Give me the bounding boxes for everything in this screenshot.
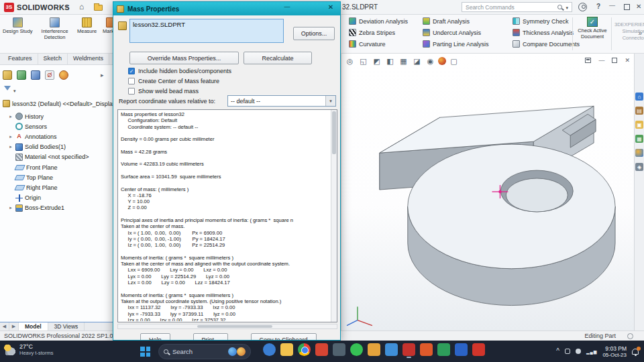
results-vertical-scrollbar[interactable]	[331, 110, 337, 322]
evaluate-tool-button[interactable]: Undercut Analysis	[421, 27, 491, 38]
selected-items-field[interactable]: lesson32.SLDPRT	[129, 19, 284, 43]
weather-widget[interactable]: 27°C Heavy t-storms	[4, 343, 53, 356]
zoom-fit-icon[interactable]	[344, 56, 356, 66]
taskbar-app[interactable]	[333, 343, 345, 358]
dialog-footer-button[interactable]: Help	[140, 333, 170, 341]
custom-properties-icon[interactable]	[635, 163, 643, 171]
dialog-footer-button[interactable]: Print...	[193, 333, 228, 341]
tree-item[interactable]: History	[8, 111, 89, 121]
scrollbar-thumb[interactable]	[197, 325, 272, 328]
taskbar-app[interactable]	[350, 343, 363, 358]
tree-root-item[interactable]: lesson32 (Default) <<Default>_Display	[3, 100, 115, 107]
featuremanager-tab-icon[interactable]	[3, 70, 12, 80]
tree-item[interactable]: Top Plane	[8, 172, 89, 182]
taskbar-app[interactable]	[437, 343, 450, 358]
dialog-titlebar[interactable]: Mass Properties	[113, 2, 340, 15]
tree-item[interactable]: Sensors	[8, 121, 89, 131]
taskbar-app[interactable]	[472, 343, 485, 358]
user-account-icon[interactable]	[578, 3, 587, 11]
open-document-icon[interactable]	[94, 5, 103, 11]
document-restore-icon[interactable]	[612, 58, 617, 63]
expand-arrow-icon[interactable]	[8, 205, 13, 210]
panel-expand-icon[interactable]	[101, 72, 104, 78]
expand-arrow-icon[interactable]	[8, 134, 13, 139]
mass-properties-results[interactable]: Mass properties of lesson32 Configuratio…	[117, 109, 337, 322]
evaluate-tool-button[interactable]: Curvature	[347, 39, 410, 49]
filter-icon[interactable]	[4, 86, 11, 94]
tree-item[interactable]: Annotations	[8, 131, 89, 141]
taskbar-app[interactable]	[455, 343, 468, 358]
view-tab[interactable]: 3D Views	[48, 322, 85, 330]
search-dropdown-icon[interactable]	[566, 3, 568, 11]
dialog-checkbox-row[interactable]: Create Center of Mass feature	[128, 77, 231, 84]
results-horizontal-scrollbar[interactable]	[117, 324, 337, 329]
taskbar-app[interactable]	[368, 343, 380, 358]
commandmanager-tab[interactable]: Weldments	[68, 54, 109, 64]
window-close-icon[interactable]	[636, 3, 641, 10]
propertymanager-tab-icon[interactable]	[17, 70, 26, 80]
hide-show-icon[interactable]	[425, 56, 436, 66]
override-mass-properties-button[interactable]: Override Mass Properties...	[129, 52, 239, 64]
check-active-document-button[interactable]: Check Active Document	[575, 17, 610, 52]
tab-scroll-left-icon[interactable]	[0, 322, 9, 330]
commandmanager-tab[interactable]: Sketch	[38, 54, 68, 64]
home-panel-icon[interactable]	[635, 93, 643, 101]
display-style-icon[interactable]	[411, 56, 423, 66]
tab-scroll-right-icon[interactable]	[9, 322, 19, 330]
dialog-close-icon[interactable]	[323, 3, 339, 14]
scene-icon[interactable]	[448, 56, 460, 66]
taskbar-app[interactable]	[280, 343, 293, 358]
ribbon-button[interactable]: Measure	[76, 15, 99, 53]
coordinate-dropdown[interactable]: -- default --	[227, 95, 336, 107]
evaluate-tool-button[interactable]: Draft Analysis	[421, 16, 491, 26]
expand-arrow-icon[interactable]	[8, 144, 13, 149]
taskbar-app[interactable]	[298, 343, 311, 358]
command-search-box[interactable]: Search Commands	[462, 2, 572, 12]
appearance-icon[interactable]	[438, 57, 446, 65]
design-library-icon[interactable]	[635, 107, 643, 115]
ribbon-overflow-icon[interactable]: »	[638, 29, 642, 37]
window-minimize-icon[interactable]	[609, 2, 615, 9]
previous-view-icon[interactable]	[371, 56, 382, 66]
evaluate-tool-button[interactable]: Thickness Analysis	[511, 27, 582, 38]
dialog-checkbox-row[interactable]: Include hidden bodies/components	[128, 67, 231, 74]
taskbar-app[interactable]	[385, 343, 398, 358]
taskbar-app[interactable]	[315, 343, 328, 358]
ribbon-button[interactable]: Design Study	[1, 15, 34, 53]
evaluate-tool-button[interactable]: Zebra Stripes	[347, 27, 410, 38]
network-volume-battery-icons[interactable]	[586, 349, 597, 354]
dialog-checkbox-row[interactable]: Show weld bead mass	[128, 87, 231, 95]
configurationmanager-tab-icon[interactable]	[31, 70, 40, 80]
taskbar-app[interactable]	[420, 343, 433, 358]
evaluate-tool-button[interactable]: Deviation Analysis	[347, 16, 410, 26]
start-button[interactable]	[140, 346, 151, 357]
dialog-footer-button[interactable]: Copy to Clipboard	[251, 333, 317, 341]
dropdown-caret-icon[interactable]	[325, 96, 335, 106]
window-restore-icon[interactable]	[624, 4, 630, 10]
evaluate-tool-button[interactable]: Symmetry Check	[511, 16, 582, 26]
document-windows-icon[interactable]	[585, 58, 591, 63]
commandmanager-tab[interactable]: Features	[3, 54, 38, 64]
tree-item[interactable]: Boss-Extrude1	[8, 203, 89, 213]
tray-icon-2[interactable]	[576, 349, 581, 354]
checkbox[interactable]	[128, 78, 135, 84]
tree-item[interactable]: Front Plane	[8, 162, 89, 172]
notification-bell-icon[interactable]	[632, 349, 639, 355]
section-view-icon[interactable]	[384, 56, 396, 66]
view-tab[interactable]: Model	[19, 322, 48, 330]
checkbox[interactable]	[128, 68, 135, 74]
ribbon-button[interactable]: Interference Detection	[36, 15, 74, 53]
appearances-panel-icon[interactable]	[635, 149, 643, 157]
view-orientation-icon[interactable]	[398, 56, 409, 66]
home-icon[interactable]	[79, 2, 84, 11]
taskbar-clock[interactable]: 9:03 PM 05-Oct-23	[602, 345, 627, 358]
zoom-area-icon[interactable]	[358, 56, 369, 66]
options-button[interactable]: Options...	[293, 27, 335, 40]
document-minimize-icon[interactable]	[598, 57, 604, 64]
dialog-minimize-icon[interactable]	[280, 3, 294, 14]
recalculate-button[interactable]: Recalculate	[244, 52, 312, 64]
dimxpert-tab-icon[interactable]	[45, 70, 54, 80]
help-icon[interactable]	[596, 3, 600, 10]
taskbar-search[interactable]: Search	[158, 344, 251, 359]
file-explorer-panel-icon[interactable]	[635, 121, 643, 129]
